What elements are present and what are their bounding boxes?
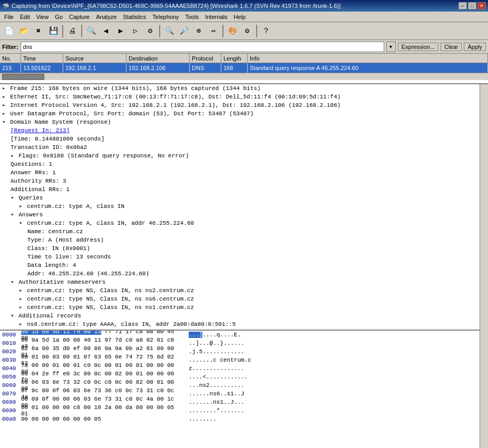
request-in-link[interactable]: [Request In: 213]	[11, 127, 70, 134]
hex-ascii: .j.5............	[184, 349, 480, 355]
menu-file[interactable]: File	[1, 13, 17, 21]
detail-query-text: centrum.cz: type A, class IN	[27, 203, 124, 210]
detail-ns2[interactable]: ▸ centrum.cz: type NS, Class IN, ns ns2.…	[0, 286, 480, 295]
menu-statistics[interactable]: Statistics	[120, 13, 149, 21]
packet-row[interactable]: 215 13.501622 192.168.2.1 192.168.2.106 …	[0, 63, 488, 73]
menu-edit[interactable]: Edit	[17, 13, 33, 21]
detail-ns1[interactable]: ▸ centrum.cz: type NS, Class IN, ns ns1.…	[0, 303, 480, 312]
detail-datalen: Data length: 4	[0, 261, 480, 270]
toolbar-new[interactable]: 📄	[2, 24, 16, 38]
detail-dns[interactable]: ▾ Domain Name System (response)	[0, 118, 480, 126]
packet-no: 215	[0, 63, 21, 73]
hex-ascii: z...............	[184, 365, 480, 372]
maximize-button[interactable]: □	[468, 2, 476, 9]
expand-icon-ns1: ▸	[19, 304, 23, 311]
hex-offset: 0090	[0, 407, 21, 414]
detail-ns2-text: centrum.cz: type NS, Class IN, ns ns2.ce…	[27, 287, 194, 294]
packet-source: 192.168.2.1	[63, 63, 126, 73]
detail-auth-ns[interactable]: ▾ Authoritative nameservers	[0, 278, 480, 286]
menu-view[interactable]: View	[33, 13, 52, 21]
toolbar-prefs[interactable]: ⚙	[240, 24, 254, 38]
menu-go[interactable]: Go	[52, 13, 66, 21]
detail-additional[interactable]: ▾ Additional records	[0, 312, 480, 320]
detail-ethernet[interactable]: ▸ Ethernet II, Src: SmcNetwo_71:17:c8 (0…	[0, 93, 480, 101]
toolbar-open[interactable]: 📂	[17, 24, 31, 38]
toolbar-capture-iface[interactable]: ⚙	[143, 24, 157, 38]
packet-info: Standard query response A 46.255.224.60	[248, 63, 488, 73]
hex-scrollbar[interactable]	[480, 331, 488, 448]
toolbar-save[interactable]: 💾	[46, 24, 60, 38]
expand-icon-add: ▾	[11, 313, 14, 319]
expand-icon-aaaa: ▸	[19, 321, 23, 327]
detail-frame[interactable]: ▸ Frame 215: 168 bytes on wire (1344 bit…	[0, 84, 480, 93]
toolbar-print[interactable]: 🖨	[65, 24, 79, 38]
close-button[interactable]: ✕	[477, 2, 486, 9]
horizontal-scrollbar[interactable]	[0, 73, 488, 80]
toolbar-help[interactable]: ?	[259, 24, 273, 38]
toolbar-next[interactable]: ▶	[114, 24, 128, 38]
detail-answer-a-text: centrum.cz: type A, class IN, addr 46.25…	[27, 220, 194, 226]
menu-telephony[interactable]: Telephony	[149, 13, 182, 21]
hex-ascii: ...ns2..........	[184, 382, 480, 389]
toolbar-prev[interactable]: ◀	[99, 24, 113, 38]
detail-ttl: Time to live: 13 seconds	[0, 253, 480, 261]
detail-txid: Transaction ID: 0x0ba2	[0, 143, 480, 152]
toolbar-resize[interactable]: ⇔	[207, 24, 220, 38]
toolbar-close[interactable]: ✖	[32, 24, 45, 38]
toolbar-sep-4	[222, 25, 223, 37]
filter-input[interactable]	[21, 42, 384, 52]
filter-dropdown[interactable]: ▼	[386, 42, 396, 52]
toolbar-zoom-out[interactable]: 🔎	[177, 24, 191, 38]
detail-flags-text: Flags: 0x8180 (Standard query response, …	[18, 153, 189, 159]
apply-button[interactable]: Apply	[464, 43, 486, 51]
detail-answers[interactable]: ▾ Answers	[0, 211, 480, 219]
detail-query-centrum[interactable]: ▸ centrum.cz: type A, class IN	[0, 202, 480, 211]
toolbar-zoom-in[interactable]: 🔍	[162, 24, 176, 38]
packet-length: 168	[221, 63, 248, 73]
detail-answer-a[interactable]: ▾ centrum.cz: type A, class IN, addr 46.…	[0, 219, 480, 227]
toolbar-find[interactable]: 🔍	[84, 24, 98, 38]
header-info: Info	[248, 54, 488, 63]
hex-offset: 0050	[0, 374, 21, 380]
toolbar-sep-5	[256, 25, 257, 37]
minimize-button[interactable]: ─	[458, 2, 467, 9]
header-destination: Destination	[126, 54, 190, 63]
menu-capture[interactable]: Capture	[66, 13, 93, 21]
hex-row-0090: 0090 00 01 00 00 00 c8 00 10 2a 00 da 80…	[0, 406, 480, 415]
detail-flags[interactable]: ▸ Flags: 0x8180 (Standard query response…	[0, 152, 480, 160]
hex-dump-content[interactable]: 0000 00 1d 09 5d 11 f4 00 13 f7 71 17 c8…	[0, 331, 480, 448]
detail-answers-text: Answers	[18, 212, 43, 218]
title-bar-controls: ─ □ ✕	[458, 2, 486, 9]
hex-offset: 00a0	[0, 416, 21, 422]
menu-help[interactable]: Help	[230, 13, 249, 21]
hex-offset: 0080	[0, 399, 21, 405]
toolbar: 📄 📂 ✖ 💾 🖨 🔍 ◀ ▶ ▷ ⚙ 🔍 🔎 ⊕ ⇔ 🎨 ⚙ ?	[0, 22, 488, 40]
packet-detail[interactable]: ▸ Frame 215: 168 bytes on wire (1344 bit…	[0, 84, 480, 331]
menu-tools[interactable]: Tools	[182, 13, 202, 21]
detail-scrollbar[interactable]	[480, 84, 488, 331]
expression-button[interactable]: Expression...	[398, 43, 439, 51]
title-bar-left: 🦈 Capturing from \Device\NPF_{6A798C62-D…	[2, 3, 340, 9]
toolbar-go[interactable]: ▷	[129, 24, 142, 38]
hex-ascii: ....<............	[184, 374, 480, 380]
detail-section: ▸ Frame 215: 168 bytes on wire (1344 bit…	[0, 84, 488, 331]
detail-ip[interactable]: ▸ Internet Protocol Version 4, Src: 192.…	[0, 101, 480, 109]
hex-offset: 0040	[0, 365, 21, 372]
hex-row-00a0: 00a0 00 00 00 00 00 00 00 05 ........	[0, 415, 480, 423]
header-time: Time	[21, 54, 63, 63]
detail-aaaa[interactable]: ▸ ns6.centrum.cz: type AAAA, class IN, a…	[0, 320, 480, 328]
packet-list-header: No. Time Source Destination Protocol Len…	[0, 54, 488, 63]
detail-queries[interactable]: ▾ Queries	[0, 194, 480, 202]
clear-button[interactable]: Clear	[441, 43, 462, 51]
header-protocol: Protocol	[190, 54, 221, 63]
expand-icon-eth: ▸	[2, 94, 6, 100]
detail-udp[interactable]: ▸ User Datagram Protocol, Src Port: doma…	[0, 109, 480, 118]
detail-ns6[interactable]: ▸ centrum.cz: type NS, Class IN, ns ns6.…	[0, 295, 480, 303]
expand-icon-query: ▸	[19, 203, 23, 210]
toolbar-color[interactable]: 🎨	[226, 24, 239, 38]
toolbar-zoom-reset[interactable]: ⊕	[192, 24, 206, 38]
hex-offset: 0070	[0, 391, 21, 397]
menu-analyze[interactable]: Analyze	[93, 13, 120, 21]
menu-internals[interactable]: Internals	[202, 13, 230, 21]
detail-name: Name: centrum.cz	[0, 227, 480, 236]
